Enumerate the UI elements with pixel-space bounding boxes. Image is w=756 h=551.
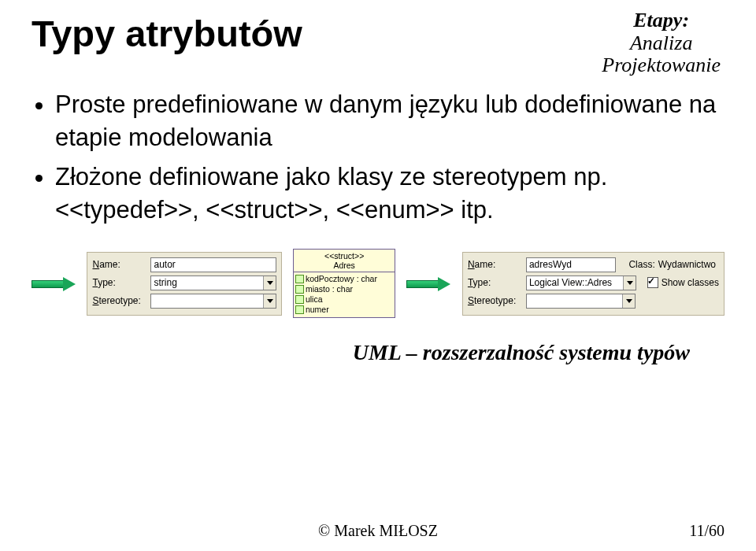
- class-pair: Class: Wydawnictwo: [628, 259, 719, 270]
- type-label: Type:: [92, 277, 146, 288]
- uml-struct-attr: numer: [296, 305, 393, 315]
- name-label: Name:: [468, 259, 521, 270]
- name-label: Name:: [92, 259, 146, 270]
- stage-line-3: Projektowanie: [602, 54, 721, 77]
- attr-icon: [296, 286, 303, 293]
- uml-struct-head: <<struct>> Adres: [294, 250, 395, 272]
- uml-struct-stereotype: <<struct>>: [294, 251, 395, 261]
- type-field[interactable]: string: [150, 276, 276, 290]
- uml-struct-body: kodPocztowy : char miasto : char ulica n…: [294, 272, 395, 318]
- show-classes-label: Show classes: [662, 277, 719, 288]
- bullet-item: Złożone definiowane jako klasy ze stereo…: [55, 161, 724, 227]
- attr-icon: [296, 296, 303, 303]
- class-label: Class:: [628, 259, 654, 270]
- uml-struct-name: Adres: [333, 261, 354, 270]
- stage-line-2: Analiza: [602, 32, 721, 55]
- stereotype-row: Stereotype:: [87, 292, 280, 310]
- uml-struct-attr: ulica: [296, 294, 393, 305]
- stage-label: Etapy: Analiza Projektowanie: [602, 9, 721, 77]
- class-value: Wydawnictwo: [658, 259, 716, 270]
- footer-slogan: UML – rozszerzalność systemu typów: [32, 340, 724, 365]
- arrow-icon: [32, 276, 76, 291]
- name-row: Name: adresWyd Class: Wydawnictwo: [463, 256, 724, 274]
- show-classes-option[interactable]: Show classes: [647, 277, 719, 288]
- type-row: Type: string: [87, 274, 280, 292]
- bullet-item: Proste predefiniowane w danym języku lub…: [55, 88, 724, 154]
- stage-line-1: Etapy:: [602, 9, 721, 32]
- name-row: Name: autor: [87, 256, 280, 274]
- name-field[interactable]: autor: [150, 257, 276, 272]
- uml-struct-box: <<struct>> Adres kodPocztowy : char mias…: [293, 249, 396, 319]
- attr-icon: [296, 306, 303, 313]
- stereotype-row: Stereotype:: [463, 292, 724, 310]
- slide: Typy atrybutów Etapy: Analiza Projektowa…: [0, 0, 756, 551]
- type-field[interactable]: Logical View::Adres: [526, 276, 636, 290]
- checkbox-icon[interactable]: [647, 277, 658, 288]
- page-number: 11/60: [689, 522, 724, 540]
- type-label: Type:: [468, 277, 521, 288]
- bullet-list: Proste predefiniowane w danym języku lub…: [32, 88, 724, 226]
- stereotype-label: Stereotype:: [468, 295, 521, 306]
- arrow-icon: [406, 276, 450, 291]
- figure-row: Name: autor Type: string Stereotype: <<s…: [32, 249, 724, 319]
- type-row: Type: Logical View::Adres Show classes: [463, 274, 724, 292]
- stereotype-label: Stereotype:: [92, 295, 146, 306]
- stereotype-field[interactable]: [150, 294, 276, 309]
- name-field[interactable]: adresWyd: [526, 257, 617, 272]
- property-panel-right: Name: adresWyd Class: Wydawnictwo Type: …: [462, 252, 724, 316]
- attr-icon: [296, 276, 303, 283]
- property-panel-left: Name: autor Type: string Stereotype:: [87, 252, 281, 316]
- uml-struct-attr: miasto : char: [296, 284, 393, 294]
- footer-author: © Marek MIŁOSZ: [0, 522, 756, 540]
- stereotype-field[interactable]: [526, 294, 636, 309]
- uml-struct-attr: kodPocztowy : char: [296, 274, 393, 284]
